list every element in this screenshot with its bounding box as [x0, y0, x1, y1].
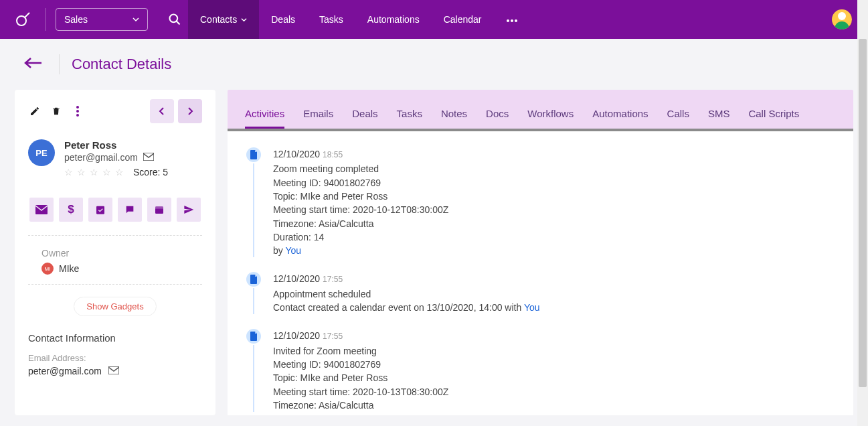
- nav-tasks[interactable]: Tasks: [307, 0, 355, 39]
- workspace-label: Sales: [64, 14, 88, 25]
- content-area: PE Peter Ross peter@gmail.com ☆ ☆ ☆ ☆ ☆: [0, 90, 868, 426]
- svg-rect-8: [143, 153, 154, 161]
- tab-activities[interactable]: Activities: [245, 108, 284, 129]
- add-task-button[interactable]: [88, 198, 112, 222]
- svg-rect-13: [108, 366, 119, 374]
- add-event-button[interactable]: [147, 198, 171, 222]
- tab-tasks[interactable]: Tasks: [397, 108, 422, 129]
- activity-feed[interactable]: 12/10/202018:55 Zoom meeting completed M…: [228, 131, 853, 415]
- divider: [59, 54, 60, 74]
- activity-by: by You: [273, 244, 835, 257]
- send-button[interactable]: [177, 198, 201, 222]
- star-icon: ☆: [115, 167, 124, 178]
- search-button[interactable]: [161, 6, 188, 33]
- tab-emails[interactable]: Emails: [303, 108, 333, 129]
- activity-panel: Activities Emails Deals Tasks Notes Docs…: [228, 90, 853, 415]
- activity-line: Meeting ID: 94001802769: [273, 358, 835, 371]
- svg-rect-12: [155, 206, 163, 208]
- owner-label: Owner: [41, 248, 202, 259]
- workspace-dropdown[interactable]: Sales: [56, 8, 148, 31]
- ellipsis-icon: [506, 14, 518, 25]
- section-contact-info: Contact Information: [28, 332, 202, 344]
- star-icon: ☆: [102, 167, 111, 178]
- svg-point-0: [17, 16, 26, 25]
- activity-line: Timezone: Asia/Calcutta: [273, 217, 835, 230]
- chevron-down-icon: [133, 14, 139, 25]
- activity-date: 12/10/2020: [273, 149, 320, 159]
- nav-more[interactable]: [494, 0, 530, 39]
- nav-label: Contacts: [200, 14, 237, 25]
- document-icon: [246, 329, 261, 344]
- add-note-button[interactable]: [118, 198, 142, 222]
- nav-contacts[interactable]: Contacts: [188, 0, 259, 39]
- owner-name: MIke: [59, 263, 79, 274]
- add-deal-button[interactable]: $: [59, 198, 83, 222]
- timeline-line: [253, 288, 254, 314]
- tab-call-scripts[interactable]: Call Scripts: [748, 108, 799, 129]
- app-logo[interactable]: [9, 6, 36, 33]
- timeline-line: [253, 163, 254, 257]
- activity-line: Topic: MIke and Peter Ross: [273, 371, 835, 384]
- page-header: Contact Details: [0, 39, 868, 90]
- tab-calls[interactable]: Calls: [667, 108, 689, 129]
- svg-point-6: [76, 110, 79, 113]
- window-scrollbar-thumb[interactable]: [859, 39, 867, 387]
- tab-workflows[interactable]: Workflows: [527, 108, 574, 129]
- activity-item: 12/10/202018:55 Zoom meeting completed M…: [246, 147, 835, 257]
- activity-line: Duration: 14: [273, 230, 835, 244]
- activity-time: 17:55: [323, 275, 343, 284]
- tab-notes[interactable]: Notes: [441, 108, 467, 129]
- tab-deals[interactable]: Deals: [352, 108, 377, 129]
- tab-sms[interactable]: SMS: [708, 108, 730, 129]
- activity-line: Topic: MIke and Peter Ross: [273, 190, 835, 203]
- next-contact-button[interactable]: [178, 99, 202, 123]
- activity-line: Contact created a calendar event on 13/1…: [273, 301, 835, 314]
- tab-docs[interactable]: Docs: [486, 108, 509, 129]
- nav-label: Tasks: [319, 14, 343, 25]
- prev-contact-button[interactable]: [150, 99, 174, 123]
- chevron-down-icon: [241, 14, 247, 25]
- mail-icon[interactable]: [143, 152, 154, 163]
- owner-avatar: MI: [41, 263, 54, 275]
- nav-label: Deals: [271, 14, 295, 25]
- document-icon: [246, 147, 261, 162]
- contact-email: peter@gmail.com: [64, 152, 138, 163]
- nav-calendar[interactable]: Calendar: [432, 0, 494, 39]
- nav-label: Automations: [367, 14, 420, 25]
- svg-point-3: [511, 19, 513, 22]
- nav-label: Calendar: [444, 14, 482, 25]
- window-scrollbar-track[interactable]: [857, 0, 868, 426]
- page-title: Contact Details: [72, 56, 171, 73]
- activity-time: 18:55: [323, 150, 343, 159]
- email-field-label: Email Address:: [28, 353, 202, 363]
- user-avatar[interactable]: [832, 9, 852, 29]
- delete-button[interactable]: [50, 104, 63, 118]
- rating-stars[interactable]: ☆ ☆ ☆ ☆ ☆ Score: 5: [64, 167, 168, 178]
- user-link[interactable]: You: [524, 302, 540, 313]
- back-button[interactable]: [19, 52, 47, 76]
- nav-deals[interactable]: Deals: [259, 0, 307, 39]
- activity-line: Timezone: Asia/Calcutta: [273, 399, 835, 412]
- activity-title: Invited for Zoom meeting: [273, 344, 835, 358]
- svg-point-7: [76, 114, 79, 117]
- star-icon: ☆: [64, 167, 73, 178]
- show-gadgets-button[interactable]: Show Gadgets: [74, 297, 156, 316]
- svg-point-4: [515, 19, 517, 22]
- activity-date: 12/10/2020: [273, 330, 320, 341]
- edit-button[interactable]: [28, 104, 41, 118]
- activity-item: 12/10/202017:55 Invited for Zoom meeting…: [246, 329, 835, 412]
- contact-avatar: PE: [28, 139, 55, 166]
- svg-point-5: [76, 106, 79, 109]
- mail-icon[interactable]: [108, 366, 119, 376]
- contact-card: PE Peter Ross peter@gmail.com ☆ ☆ ☆ ☆ ☆: [15, 90, 215, 415]
- more-button[interactable]: [71, 104, 84, 118]
- activity-time: 17:55: [323, 332, 343, 341]
- send-email-button[interactable]: [29, 198, 54, 222]
- timeline-line: [253, 345, 254, 412]
- user-link[interactable]: You: [285, 245, 301, 256]
- tab-automations[interactable]: Automations: [592, 108, 648, 129]
- quick-actions: $: [28, 198, 202, 236]
- activity-date: 12/10/2020: [273, 273, 320, 284]
- activity-item: 12/10/202017:55 Appointment scheduled Co…: [246, 272, 835, 314]
- nav-automations[interactable]: Automations: [355, 0, 432, 39]
